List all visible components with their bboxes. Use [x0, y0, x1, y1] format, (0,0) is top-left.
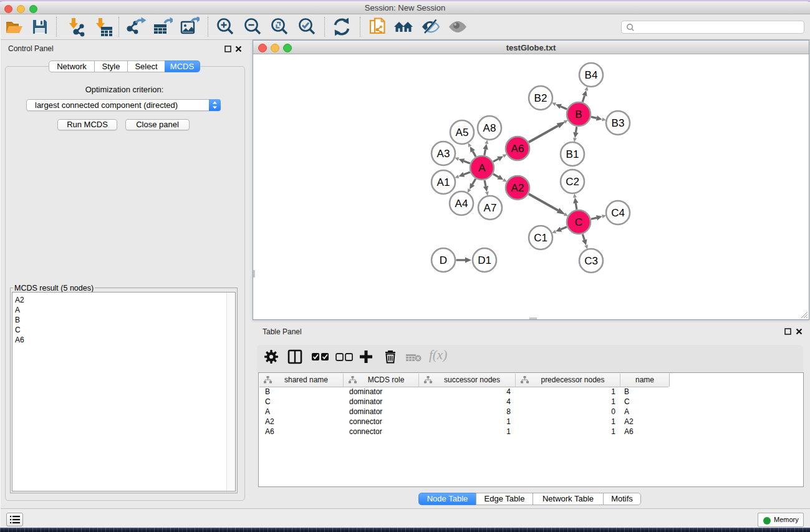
- svg-text:A4: A4: [455, 198, 468, 210]
- svg-text:D1: D1: [478, 254, 491, 266]
- svg-text:B: B: [575, 109, 582, 120]
- svg-text:C: C: [575, 216, 582, 228]
- svg-text:A1: A1: [437, 177, 450, 188]
- svg-text:C1: C1: [534, 232, 547, 244]
- svg-text:A5: A5: [456, 127, 469, 138]
- svg-text:A3: A3: [437, 148, 450, 160]
- svg-text:B2: B2: [534, 92, 547, 104]
- svg-text:B3: B3: [612, 117, 625, 129]
- svg-text:B4: B4: [585, 69, 598, 81]
- svg-text:A: A: [478, 162, 486, 174]
- svg-text:D: D: [440, 254, 447, 266]
- svg-text:C2: C2: [566, 176, 579, 188]
- svg-text:B1: B1: [566, 148, 579, 160]
- svg-text:A8: A8: [483, 122, 496, 134]
- svg-text:A2: A2: [511, 182, 524, 194]
- svg-text:C4: C4: [611, 207, 625, 219]
- svg-text:C3: C3: [584, 255, 598, 267]
- svg-text:A7: A7: [484, 202, 497, 214]
- svg-text:A6: A6: [511, 143, 524, 155]
